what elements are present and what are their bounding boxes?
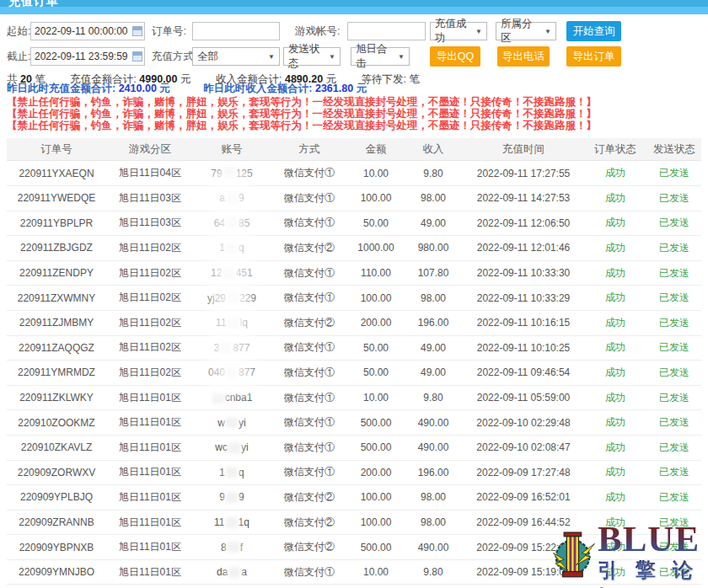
order-no-input[interactable] <box>192 22 280 40</box>
table-row: 220911ZKLWKY旭日11日01区cnba1微信支付①10.009.802… <box>7 386 701 411</box>
censored-blur <box>212 393 224 404</box>
chevron-down-icon: ▼ <box>268 53 275 61</box>
cell-account: 99 <box>194 485 270 510</box>
zone-select-value: 所属分区 <box>501 17 541 45</box>
send-status-select[interactable]: 发送状态 ▼ <box>283 47 341 66</box>
forum-emblem-icon <box>552 522 596 586</box>
end-date-input[interactable] <box>30 47 145 66</box>
cell-time: 2022-09-11 14:27:53 <box>464 186 583 211</box>
yesterday-income: 2361.80 <box>315 83 353 94</box>
cell-method: 微信支付① <box>270 186 349 211</box>
cell-order-no: 220911ZXWMNY <box>7 286 106 310</box>
cell-time: 2022-09-09 17:27:48 <box>464 461 583 485</box>
order-no-label: 订单号: <box>152 22 186 40</box>
cell-order-status: 成功 <box>583 161 647 185</box>
table-row: 220911ZJMBMY旭日11日02区11lq微信支付②200.00196.0… <box>7 311 701 336</box>
game-account-input[interactable] <box>347 22 426 40</box>
cell-method: 微信支付② <box>270 535 349 559</box>
cell-order-status: 成功 <box>583 410 647 435</box>
cell-income: 490.00 <box>403 410 464 435</box>
cell-amount: 10.00 <box>349 161 403 185</box>
table-header-row: 订单号游戏分区账号方式金额收入充值时间订单状态发送状态 <box>7 138 701 161</box>
cell-time: 2022-09-11 12:01:46 <box>464 236 583 260</box>
cell-zone: 旭日11日02区 <box>106 236 194 260</box>
cell-order-no: 220911YXAEQN <box>7 161 106 185</box>
cell-zone: 旭日11日02区 <box>106 336 194 361</box>
cell-account: 1q <box>194 461 270 485</box>
col-header-order-status: 订单状态 <box>583 138 647 160</box>
warning-block: 【禁止任何行骗，钓鱼，诈骗，赌博，胖妞，娱乐，套现等行为！一经发现直接封号处理，… <box>0 94 708 131</box>
query-button[interactable]: 开始查询 <box>566 21 621 41</box>
export-order-button[interactable]: 导出订单 <box>566 46 621 67</box>
cell-method: 微信支付① <box>270 560 349 585</box>
censored-blur <box>226 193 238 204</box>
game-select[interactable]: 旭日合击 ▼ <box>351 47 410 66</box>
cell-time: 2022-09-11 05:59:00 <box>464 386 583 410</box>
cell-income: 490.00 <box>403 436 464 460</box>
col-header-method: 方式 <box>270 138 349 160</box>
warning-line: 【禁止任何行骗，钓鱼，诈骗，赌博，胖妞，娱乐，套现等行为！一经发现直接封号处理，… <box>7 109 708 120</box>
cell-zone: 旭日11日01区 <box>106 410 194 435</box>
col-header-amount: 金额 <box>349 138 403 160</box>
cell-amount: 10.00 <box>349 560 403 585</box>
table-row: 220911ZAQQGZ旭日11日02区3877微信支付①50.0049.002… <box>7 336 701 361</box>
table-row: 220909YPLBJQ旭日11日01区99微信支付②100.0098.0020… <box>7 485 701 510</box>
table-row: 220911YXAEQN旭日11日04区79125微信支付①10.009.802… <box>7 161 701 186</box>
censored-blur <box>226 517 238 528</box>
cell-send-status: 已发送 <box>647 311 701 335</box>
censored-blur <box>220 342 232 353</box>
cell-send-status: 已发送 <box>647 286 701 310</box>
cell-send-status: 已发送 <box>647 436 701 460</box>
cell-order-no: 220911ZJMBMY <box>7 311 106 335</box>
cell-order-no: 220910ZKAVLZ <box>7 436 106 460</box>
cell-income: 98.00 <box>403 510 464 535</box>
cell-income: 98.00 <box>403 286 464 310</box>
calendar-icon[interactable] <box>132 26 142 36</box>
warning-line: 【禁止任何行骗，钓鱼，诈骗，赌博，胖妞，娱乐，套现等行为！一经发现直接封号处理，… <box>7 97 708 109</box>
yesterday-recharge: 2410.00 <box>119 83 157 94</box>
cell-amount: 50.00 <box>349 361 403 385</box>
cell-zone: 旭日11日01区 <box>106 461 194 485</box>
cell-send-status: 已发送 <box>647 461 701 485</box>
cell-zone: 旭日11日01区 <box>106 560 194 585</box>
recharge-method-select[interactable]: 全部 ▼ <box>192 47 280 66</box>
cell-order-status: 成功 <box>583 461 647 485</box>
cell-order-status: 成功 <box>583 336 647 361</box>
cell-method: 微信支付① <box>270 461 349 485</box>
start-date-input[interactable] <box>30 22 145 40</box>
recharge-method-value: 全部 <box>197 50 218 64</box>
cell-income: 196.00 <box>403 461 464 485</box>
calendar-icon[interactable] <box>132 51 142 61</box>
cell-send-status: 已发送 <box>647 386 701 410</box>
cell-income: 980.00 <box>403 236 464 260</box>
yesterday-income-label: 昨日此时收入金额合计: <box>203 83 312 94</box>
cell-send-status: 已发送 <box>647 161 701 185</box>
cell-time: 2022-09-11 10:16:15 <box>464 311 583 335</box>
watermark-logo: BLUE 引 擎 论 坛 <box>552 522 707 586</box>
censored-blur <box>226 367 238 378</box>
cell-order-no: 220911YWEDQE <box>7 186 106 211</box>
cell-account: wyi <box>194 410 270 435</box>
zone-select[interactable]: 所属分区 ▼ <box>496 22 556 40</box>
cell-amount: 500.00 <box>349 535 403 559</box>
cell-account: 79125 <box>194 161 270 185</box>
cell-income: 49.00 <box>403 211 464 236</box>
censored-blur <box>228 442 240 453</box>
cell-zone: 旭日11日03区 <box>106 211 194 236</box>
cell-amount: 200.00 <box>349 311 403 335</box>
cell-zone: 旭日11日01区 <box>106 510 194 535</box>
cell-method: 微信支付② <box>270 485 349 510</box>
cell-method: 微信支付① <box>270 410 349 435</box>
recharge-status-select[interactable]: 充值成功 ▼ <box>430 22 487 40</box>
yuan-unit: 元 <box>159 83 170 94</box>
cell-time: 2022-09-09 16:52:01 <box>464 485 583 510</box>
cell-amount: 200.00 <box>349 461 403 485</box>
cell-income: 196.00 <box>403 311 464 335</box>
cell-zone: 旭日11日02区 <box>106 311 194 335</box>
cell-amount: 110.00 <box>349 261 403 286</box>
export-qq-button[interactable]: 导出QQ <box>430 46 480 67</box>
warning-line: 【禁止任何行骗，钓鱼，诈骗，赌博，胖妞，娱乐，套现等行为！一经发现直接封号处理，… <box>7 120 708 132</box>
export-phone-button[interactable]: 导出电话 <box>497 46 550 67</box>
cell-time: 2022-09-11 09:46:54 <box>464 361 583 385</box>
yuan-unit: 元 <box>357 83 367 94</box>
